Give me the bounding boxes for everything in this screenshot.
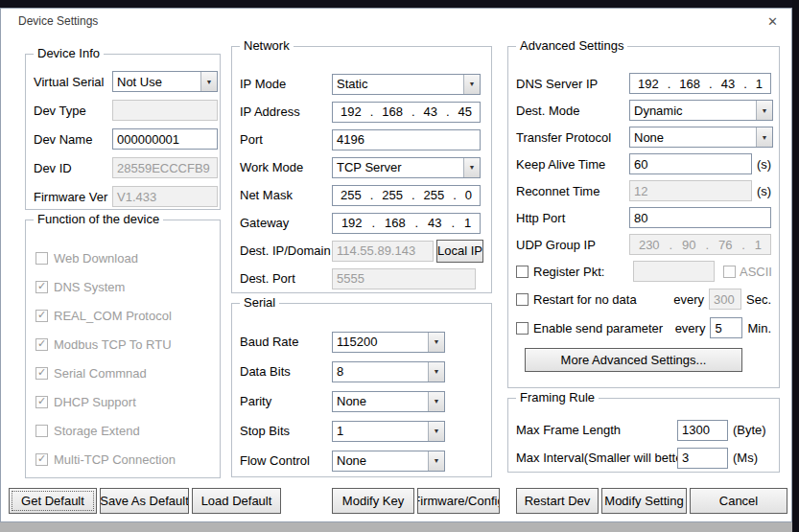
device-settings-dialog: Device Settings ✕ Device Info Virtual Se…: [0, 8, 792, 522]
work-mode-value: TCP Server: [333, 158, 463, 177]
restart-interval-field: 300: [709, 289, 741, 310]
chevron-down-icon[interactable]: ▼: [428, 392, 444, 411]
ip-octet: 192: [341, 216, 363, 230]
chevron-down-icon[interactable]: ▼: [428, 451, 444, 471]
byte-unit-label: (Byte): [733, 423, 771, 437]
enable-send-label: Enable send parameter: [533, 321, 675, 335]
reconnect-label: Reconnet Time: [516, 184, 629, 198]
chevron-down-icon[interactable]: ▼: [428, 422, 444, 441]
enable-send-checkbox[interactable]: [516, 322, 529, 335]
max-frame-row: Max Frame Length 1300 (Byte): [508, 416, 779, 444]
register-pkt-checkbox[interactable]: [516, 266, 529, 278]
port-row: Port 4196: [232, 126, 491, 153]
modify-setting-button[interactable]: Modify Setting: [601, 488, 687, 514]
transfer-protocol-select[interactable]: None ▼: [629, 127, 773, 148]
modify-key-button[interactable]: Modify Key: [332, 488, 414, 514]
stop-bits-select[interactable]: 1 ▼: [332, 421, 445, 442]
ip-separator: .: [450, 216, 456, 230]
chevron-down-icon[interactable]: ▼: [463, 75, 480, 94]
gateway-field[interactable]: 192.168.43.1: [332, 213, 481, 234]
data-bits-select[interactable]: 8 ▼: [332, 361, 445, 382]
cancel-button[interactable]: Cancel: [690, 488, 787, 514]
ip-separator: .: [708, 77, 714, 91]
dest-mode-select[interactable]: Dynamic ▼: [629, 100, 773, 121]
dest-ip-field: 114.55.89.143: [332, 241, 434, 262]
ip-separator: .: [704, 238, 710, 252]
background-taskbar-strip: [0, 522, 792, 532]
check-icon: ✓: [37, 310, 46, 320]
keep-alive-field[interactable]: 60: [629, 153, 752, 174]
parity-select[interactable]: None ▼: [332, 391, 445, 412]
send-interval-field[interactable]: 5: [710, 317, 742, 338]
register-pkt-field: [633, 261, 715, 282]
ip-mode-value: Static: [333, 75, 463, 94]
function-item-dhcp: ✓ DHCP Support: [26, 387, 220, 416]
function-label: Modbus TCP To RTU: [54, 337, 172, 352]
dev-name-row: Dev Name 000000001: [26, 125, 220, 153]
min-label: Min.: [747, 321, 771, 335]
ip-octet: 45: [458, 104, 472, 119]
restart-no-data-row: Restart for no data every 300 Sec.: [508, 285, 779, 313]
dns-server-field[interactable]: 192.168.43.1: [629, 73, 771, 94]
checkbox: [35, 252, 48, 265]
register-pkt-label: Register Pkt:: [533, 265, 633, 279]
restart-dev-button[interactable]: Restart Dev: [516, 488, 599, 514]
chevron-down-icon[interactable]: ▼: [756, 101, 772, 120]
advanced-settings-group: Advanced Settings DNS Server IP 192.168.…: [507, 46, 780, 388]
keep-alive-label: Keep Alive Time: [516, 157, 629, 172]
more-advanced-settings-button[interactable]: More Advanced Settings...: [525, 348, 742, 372]
ip-separator: .: [669, 238, 674, 252]
function-label: Storage Extend: [54, 424, 140, 438]
ip-octet: 0: [465, 188, 472, 202]
baud-rate-select[interactable]: 115200 ▼: [332, 332, 445, 353]
checkbox: ✓: [35, 396, 48, 408]
ip-separator: .: [369, 188, 375, 202]
virtual-serial-select[interactable]: Not Use ▼: [112, 71, 218, 92]
titlebar[interactable]: Device Settings ✕: [1, 9, 791, 34]
ip-address-label: IP Address: [240, 104, 332, 119]
ip-separator: .: [370, 216, 376, 230]
close-icon[interactable]: ✕: [767, 14, 778, 29]
every-label: every: [675, 321, 706, 335]
parity-value: None: [333, 392, 428, 411]
flow-control-select[interactable]: None ▼: [332, 451, 445, 472]
net-mask-field[interactable]: 255.255.255.0: [332, 185, 481, 206]
save-as-default-button[interactable]: Save As Default: [100, 488, 189, 514]
chevron-down-icon[interactable]: ▼: [756, 127, 772, 147]
serial-group: Serial Baud Rate 115200 ▼ Data Bits 8 ▼ …: [231, 303, 492, 477]
keep-alive-row: Keep Alive Time 60 (s): [508, 150, 779, 177]
ip-octet: 76: [718, 238, 732, 252]
ip-mode-select[interactable]: Static ▼: [332, 74, 481, 95]
max-frame-field[interactable]: 1300: [677, 420, 728, 441]
stop-bits-row: Stop Bits 1 ▼: [232, 416, 491, 446]
ip-separator: .: [445, 104, 451, 119]
chevron-down-icon[interactable]: ▼: [200, 72, 217, 91]
chevron-down-icon[interactable]: ▼: [428, 362, 444, 382]
chevron-down-icon[interactable]: ▼: [463, 158, 480, 177]
ip-address-field[interactable]: 192.168.43.45: [332, 102, 481, 123]
function-item-modbus: ✓ Modbus TCP To RTU: [26, 330, 220, 359]
max-interval-field[interactable]: 3: [677, 448, 728, 469]
work-mode-select[interactable]: TCP Server ▼: [332, 157, 481, 178]
dev-name-field[interactable]: 000000001: [112, 128, 218, 150]
ip-octet: 168: [382, 104, 403, 119]
ip-octet: 43: [424, 104, 437, 119]
function-label: Multi-TCP Connection: [54, 452, 176, 467]
transfer-protocol-row: Transfer Protocol None ▼: [508, 124, 779, 150]
http-port-field[interactable]: 80: [629, 207, 771, 228]
chevron-down-icon[interactable]: ▼: [428, 333, 444, 352]
local-ip-button[interactable]: Local IP: [436, 240, 483, 263]
get-default-button[interactable]: Get Default: [9, 488, 97, 514]
load-default-button[interactable]: Load Default: [192, 488, 281, 514]
stop-bits-value: 1: [333, 422, 428, 441]
ip-separator: .: [740, 238, 746, 252]
framing-rule-group: Framing Rule Max Frame Length 1300 (Byte…: [507, 398, 780, 473]
ip-octet: 192: [341, 104, 362, 119]
restart-no-data-checkbox[interactable]: [516, 293, 529, 306]
reconnect-unit: (s): [757, 184, 771, 198]
firmware-config-button[interactable]: Firmware/Config: [417, 488, 500, 514]
port-field[interactable]: 4196: [332, 129, 481, 150]
ip-separator: .: [414, 216, 420, 230]
check-icon: ✓: [37, 281, 46, 291]
ip-octet: 255: [424, 188, 445, 202]
